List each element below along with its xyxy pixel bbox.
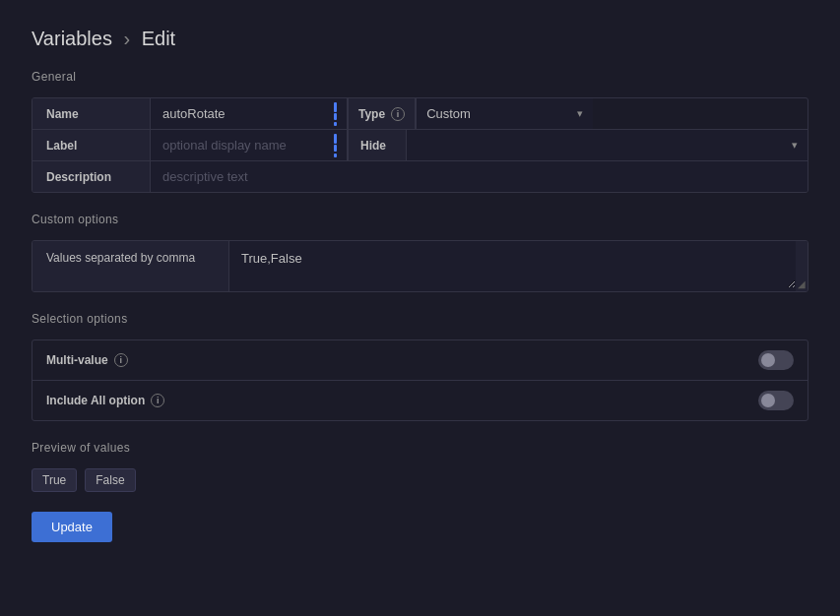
multi-value-row: Multi-value i (32, 340, 808, 381)
hide-label: Hide (348, 130, 407, 160)
label-db-icon (330, 134, 337, 157)
textarea-resize-handle: ◢ (796, 241, 808, 291)
type-select-arrow: ▾ (577, 107, 583, 120)
hide-select-arrow: ▾ (792, 139, 798, 152)
name-input-cell (151, 98, 348, 129)
preview-tag-false: False (85, 468, 135, 492)
type-label: Type i (348, 98, 416, 129)
breadcrumb-variables[interactable]: Variables (32, 28, 112, 49)
custom-options-area: Values separated by comma True,False ◢ (32, 240, 808, 292)
general-table: Name Type i Custom ▾ (32, 97, 808, 193)
selection-options-label: Selection options (32, 312, 808, 326)
multi-value-toggle-track (758, 350, 794, 370)
general-section-label: General (32, 70, 808, 84)
description-row: Description (32, 161, 808, 192)
selection-options-section: Selection options Multi-value i Include … (32, 312, 808, 421)
update-button[interactable]: Update (32, 512, 112, 542)
include-all-label: Include All option i (46, 394, 750, 407)
values-label: Values separated by comma (32, 241, 229, 291)
breadcrumb-edit: Edit (142, 28, 175, 49)
name-label: Name (32, 98, 151, 129)
preview-values: True False (32, 468, 808, 492)
breadcrumb-separator: › (123, 28, 130, 49)
type-select[interactable]: Custom ▾ (416, 98, 593, 129)
preview-section: Preview of values True False (32, 441, 808, 492)
page-title: Variables › Edit (32, 28, 808, 50)
name-db-icon (330, 102, 337, 126)
hide-select[interactable]: ▾ (407, 130, 808, 160)
type-info-icon[interactable]: i (391, 107, 405, 121)
multi-value-toggle-thumb (761, 353, 775, 367)
include-all-toggle-thumb (761, 394, 775, 407)
name-input[interactable] (151, 98, 347, 129)
general-section: General Name Type i (32, 70, 808, 193)
description-input-cell (151, 161, 808, 192)
label-input-cell (151, 130, 348, 160)
include-all-toggle[interactable] (758, 391, 794, 410)
include-all-info-icon[interactable]: i (151, 394, 164, 407)
selection-options-table: Multi-value i Include All option i (32, 339, 808, 421)
label-hide-row: Label Hide ▾ (32, 130, 808, 161)
multi-value-info-icon[interactable]: i (114, 353, 128, 367)
description-label: Description (32, 161, 151, 192)
description-input[interactable] (151, 161, 808, 192)
values-textarea[interactable]: True,False (229, 241, 796, 288)
values-textarea-cell: True,False (229, 241, 796, 291)
include-all-row: Include All option i (32, 381, 808, 420)
custom-options-section: Custom options Values separated by comma… (32, 213, 808, 292)
include-all-toggle-track (758, 391, 794, 410)
type-select-value: Custom (426, 106, 471, 121)
preview-label: Preview of values (32, 441, 808, 455)
name-type-row: Name Type i Custom ▾ (32, 98, 808, 130)
multi-value-toggle[interactable] (758, 350, 794, 370)
page-container: Variables › Edit General Name Type (0, 0, 840, 616)
multi-value-label: Multi-value i (46, 353, 750, 367)
label-label: Label (32, 130, 151, 160)
preview-tag-true: True (32, 468, 77, 492)
custom-options-label: Custom options (32, 213, 808, 226)
label-input[interactable] (151, 130, 347, 160)
